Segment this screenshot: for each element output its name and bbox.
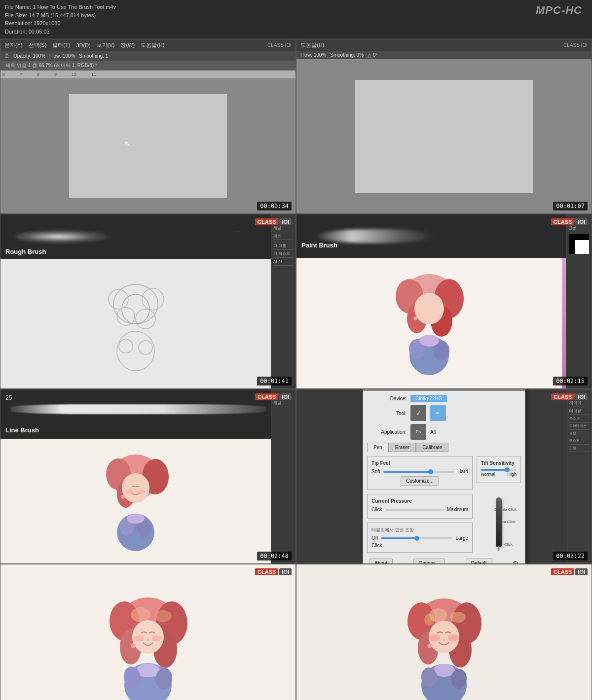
ps-toolbar-2: Flow: 100% Smoothing: 0% △ 0°: [296, 51, 592, 59]
brush-preview-5: 25 Line Brush: [0, 389, 271, 439]
file-info: File Name: 1 How To Use The Brush Tool.m…: [0, 0, 592, 39]
pressure-slider[interactable]: [385, 509, 444, 511]
ps-menubar-2: 도움말(H) CLASS IOI: [296, 39, 592, 51]
timestamp-1: 00:00:34: [257, 202, 292, 210]
brush-preview-4: [296, 214, 567, 258]
ps-right-panel-4: 색상 견본: [566, 214, 592, 388]
file-name: File Name: 1 How To Use The Brush Tool.m…: [5, 3, 587, 11]
options-button[interactable]: Options...: [413, 559, 445, 564]
color-swatch-4: [562, 258, 566, 388]
svg-point-14: [414, 293, 444, 324]
painted-char-svg: [380, 269, 479, 378]
svg-point-42: [147, 639, 149, 641]
ps-right-panel-5: 레이어 채널: [271, 389, 296, 563]
thumbnail-5[interactable]: 25 Line Brush: [0, 389, 296, 564]
svg-point-41: [152, 635, 162, 641]
svg-point-31: [121, 495, 125, 499]
class-badge-8: CLASS IOI: [551, 568, 588, 575]
svg-point-38: [154, 610, 172, 622]
class-badge-5: CLASS IOI: [255, 393, 292, 400]
ps-right-bg-6: 속성 레이어 테이블 준스 시 그라데이션 패턴 텍스처 도형: [567, 389, 592, 563]
svg-point-24: [122, 473, 149, 503]
svg-point-64: [428, 643, 432, 648]
about-button[interactable]: About: [369, 559, 393, 564]
gear-icon: ⚙: [513, 560, 519, 564]
resolution: Resolution: 1920x1080: [5, 19, 587, 28]
ps-canvas-1: ↖: [0, 78, 296, 213]
svg-point-55: [424, 614, 434, 626]
wacom-app-label: All: [430, 429, 436, 435]
wacom-tilt-sensitivity: Tilt Sensitivity Normal: [477, 456, 521, 483]
bottom-slider[interactable]: [381, 537, 452, 539]
wacom-dialog: Wacom Tablet Properties ✕ Device: Cintiq…: [363, 389, 525, 564]
ps-toolbar-1: 준 Opacity: 100% Flow: 100% Smoothing: 1: [0, 51, 296, 61]
wacom-content: Tip Feel Soft Hard Customize...: [367, 456, 521, 557]
wacom-tool-row: Tool: 🖊 ✏: [367, 405, 521, 421]
class-badge-7: CLASS IOI: [255, 568, 292, 575]
wacom-body: Device: Cintiq 22HG Tool: 🖊 ✏ Applicatio…: [363, 391, 525, 564]
thumbnail-6[interactable]: 속성 레이어 테이블 준스 시 그라데이션 패턴 텍스처 도형 Wacom Ta…: [296, 389, 592, 564]
cursor-1: ↖: [124, 139, 131, 148]
svg-point-8: [139, 341, 152, 354]
final-char-svg-2: [390, 593, 498, 700]
svg-point-26: [138, 489, 146, 494]
timestamp-5: 00:02:48: [257, 552, 292, 560]
timestamp-6: 00:03:22: [553, 552, 588, 560]
timestamp-4: 00:02:15: [553, 377, 588, 385]
wacom-tool-icon2[interactable]: ✏: [430, 405, 446, 421]
thumbnail-2[interactable]: 도움말(H) CLASS IOI Flow: 100% Smoothing: 0…: [296, 39, 592, 214]
wacom-tabs: Pen Eraser Calibrate: [367, 443, 521, 452]
svg-point-3: [117, 308, 135, 325]
ps-right-panel-3: 레이어 채널 패스 가 그룹 가 텍스트 AI 산: [271, 214, 296, 388]
svg-point-59: [443, 639, 445, 641]
thumbnail-4[interactable]: Paint Brush: [296, 214, 592, 389]
svg-point-54: [450, 612, 466, 623]
thumbnail-7[interactable]: CLASS IOI 00:03:56: [0, 564, 296, 700]
thumbnail-grid: 문자(Y) 선택(S) 필터(T) 3D(D) 보기(V) 창(W) 도움말(H…: [0, 39, 592, 700]
line-canvas-5: [0, 439, 271, 563]
file-size: File Size: 14.7 MB (15,447,814 bytes): [5, 11, 587, 20]
wacom-current-pressure: Current Pressure Click Maximum: [367, 494, 473, 519]
brush-name-4: Paint Brush: [301, 242, 337, 249]
svg-point-40: [134, 635, 144, 641]
tilt-slider[interactable]: [481, 469, 517, 471]
brush-number-5: 25: [5, 394, 12, 401]
wacom-tip-feel: Tip Feel Soft Hard Customize...: [367, 456, 473, 490]
svg-point-37: [131, 607, 150, 622]
thumbnail-3[interactable]: ── Rough Brush 레이: [0, 214, 296, 389]
class-badge-3: CLASS IOI: [255, 218, 292, 225]
brush-name-3: Rough Brush: [5, 248, 46, 255]
line-char-svg: [91, 450, 180, 553]
duration: Duration: 00:05:03: [5, 28, 587, 36]
watermark: MPC-HC: [536, 4, 582, 17]
ps-menubar-1: 문자(Y) 선택(S) 필터(T) 3D(D) 보기(V) 창(W) 도움말(H…: [0, 39, 296, 51]
wacom-app-row: Application: Ps All: [367, 424, 521, 440]
wacom-tab-calibrate[interactable]: Calibrate: [416, 443, 448, 452]
wacom-device-row: Device: Cintiq 22HG: [367, 395, 521, 402]
wacom-pen-graphic: Double Click Right Click Click: [492, 487, 506, 557]
svg-point-18: [419, 335, 439, 347]
customize-button[interactable]: Customize...: [401, 476, 439, 486]
thumbnail-1[interactable]: 문자(Y) 선택(S) 필터(T) 3D(D) 보기(V) 창(W) 도움말(H…: [0, 39, 296, 214]
svg-point-7: [119, 339, 133, 353]
ps-ruler-1: 678 91011: [0, 70, 296, 78]
default-button[interactable]: Default: [466, 559, 492, 564]
final-char-svg-1: [94, 593, 202, 700]
wacom-footer: About Options... Default ⚙: [367, 557, 521, 564]
wacom-tool-icon1[interactable]: 🖊: [410, 405, 426, 421]
timestamp-2: 00:01:07: [553, 202, 588, 210]
class-badge-6: CLASS IOI: [551, 393, 588, 400]
sketch-svg-3: [91, 275, 180, 373]
svg-point-47: [131, 643, 136, 648]
thumbnail-8[interactable]: CLASS IOI 00:04:29: [296, 564, 592, 700]
paint-canvas-4: [296, 258, 562, 388]
ps-canvas-2: [296, 59, 592, 213]
svg-point-30: [127, 514, 145, 524]
ps-tab-1: 제목 없음-1 @ 66.7% (레이어 1, RGB/8) *: [0, 61, 296, 70]
wacom-bottom-section: 태블릿에서 만든 조항 Off Large Click: [367, 523, 473, 553]
wacom-tab-eraser[interactable]: Eraser: [389, 443, 416, 452]
timestamp-3: 00:01:41: [257, 377, 292, 385]
tip-feel-slider[interactable]: [383, 471, 455, 473]
wacom-app-icon[interactable]: Ps: [410, 424, 426, 440]
wacom-tab-pen[interactable]: Pen: [367, 443, 389, 452]
